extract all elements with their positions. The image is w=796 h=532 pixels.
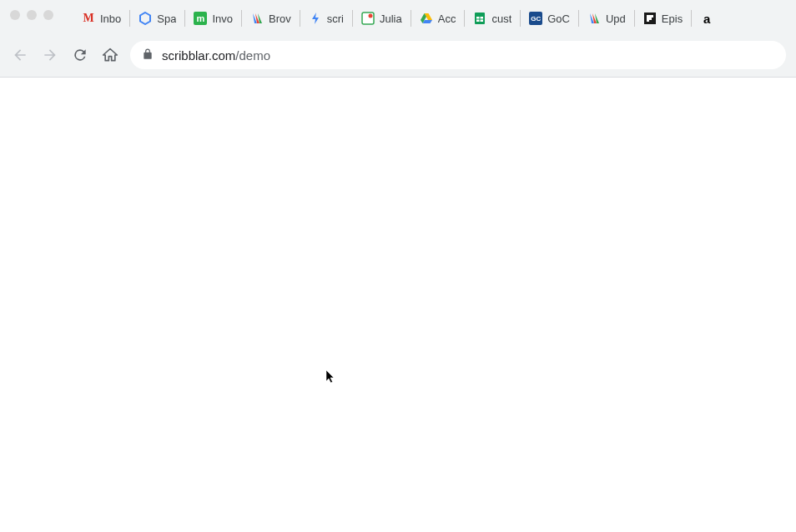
flipboard-icon (643, 12, 657, 25)
bookmark-bar: M Inbo Spa m Invo Brov scri (0, 0, 796, 37)
home-icon (102, 47, 118, 63)
address-bar[interactable]: scribblar.com/demo (130, 41, 786, 69)
reload-icon (72, 47, 88, 63)
separator (352, 10, 353, 27)
bookmark-julia[interactable]: Julia (356, 8, 407, 28)
bookmark-goc[interactable]: GC GoC (524, 8, 575, 28)
svg-rect-1 (362, 13, 374, 24)
bookmark-brov[interactable]: Brov (245, 8, 296, 28)
minimize-window-button[interactable] (27, 10, 37, 20)
bookmark-scri[interactable]: scri (304, 8, 349, 28)
tricolor-icon (587, 12, 601, 25)
bookmark-upd[interactable]: Upd (582, 8, 631, 28)
url-host: scribblar.com (162, 48, 235, 63)
bookmark-label: Spa (157, 13, 176, 25)
close-window-button[interactable] (10, 10, 20, 20)
back-button[interactable] (10, 45, 30, 65)
svg-marker-0 (140, 13, 150, 24)
bookmark-label: Julia (380, 13, 402, 25)
home-button[interactable] (100, 45, 120, 65)
url-path: /demo (235, 48, 270, 63)
arrow-right-icon (42, 47, 58, 63)
bookmark-label: GoC (547, 13, 570, 25)
separator (241, 10, 242, 27)
bookmark-amazon[interactable]: a (695, 8, 723, 28)
lock-icon (142, 48, 154, 63)
separator (578, 10, 579, 27)
maximize-window-button[interactable] (43, 10, 53, 20)
separator (129, 10, 130, 27)
bookmark-spa[interactable]: Spa (134, 8, 181, 28)
bookmark-invo[interactable]: m Invo (189, 8, 238, 28)
bookmark-label: scri (327, 13, 344, 25)
bookmark-cust[interactable]: cust (468, 8, 516, 28)
svg-rect-10 (649, 18, 652, 20)
svg-rect-8 (647, 15, 649, 22)
gdrive-icon (420, 12, 433, 25)
hexagon-icon (139, 12, 152, 25)
reload-button[interactable] (70, 45, 90, 65)
separator (691, 10, 692, 27)
bookmark-label: Epis (662, 13, 683, 25)
gmail-icon: M (82, 12, 95, 25)
separator (300, 10, 300, 27)
bookmark-epis[interactable]: Epis (638, 8, 688, 28)
forward-button[interactable] (40, 45, 60, 65)
separator (634, 10, 635, 27)
tricolor-icon (250, 12, 264, 25)
m-icon: m (194, 12, 207, 25)
bookmark-gmail[interactable]: M Inbo (77, 8, 126, 28)
amazon-icon: a (700, 12, 713, 25)
navigation-toolbar: scribblar.com/demo (0, 37, 796, 77)
arrow-left-icon (12, 47, 28, 63)
bookmark-label: Brov (269, 13, 291, 25)
bookmark-label: Acc (438, 13, 456, 25)
cursor-icon (325, 369, 337, 387)
gc-badge-icon: GC (529, 12, 542, 25)
url-text: scribblar.com/demo (162, 48, 270, 63)
separator (411, 10, 411, 27)
bookmark-label: Invo (212, 13, 233, 25)
page-content (0, 78, 796, 532)
separator (464, 10, 465, 27)
separator (184, 10, 185, 27)
svg-rect-9 (649, 15, 653, 18)
svg-point-2 (368, 14, 372, 18)
bookmark-acc[interactable]: Acc (415, 8, 461, 28)
bookmark-label: cust (491, 13, 511, 25)
window-controls (0, 3, 63, 27)
bookmark-label: Upd (606, 13, 626, 25)
bookmark-label: Inbo (100, 13, 121, 25)
gsheets-icon (473, 12, 486, 25)
bolt-icon (309, 12, 322, 25)
separator (520, 10, 521, 27)
julia-icon (361, 12, 375, 25)
